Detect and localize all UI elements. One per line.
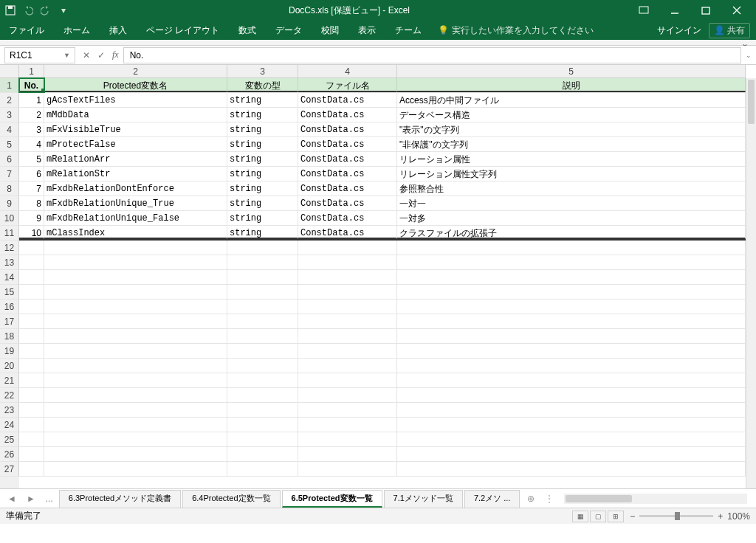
empty-cell[interactable] [397, 300, 746, 314]
col-header[interactable]: 3 [227, 65, 298, 77]
row-header[interactable]: 4 [0, 122, 19, 137]
empty-cell[interactable] [227, 359, 298, 373]
empty-cell[interactable] [397, 285, 746, 299]
table-cell[interactable]: 一対一 [397, 196, 746, 210]
horizontal-scrollbar[interactable] [564, 494, 747, 504]
tab-data[interactable]: データ [272, 22, 305, 39]
table-cell[interactable]: "非保護"の文字列 [397, 137, 746, 151]
empty-cell[interactable] [44, 344, 227, 358]
table-cell[interactable]: クラスファイルの拡張子 [397, 226, 746, 239]
row-header[interactable]: 15 [0, 285, 19, 300]
table-cell[interactable]: Access用の中間ファイル [397, 93, 746, 107]
row-header[interactable]: 27 [0, 462, 19, 477]
empty-cell[interactable] [298, 388, 397, 402]
zoom-in-button[interactable]: + [718, 511, 723, 522]
tab-formulas[interactable]: 数式 [236, 22, 259, 39]
table-cell[interactable]: ConstData.cs [298, 93, 397, 107]
empty-cell[interactable] [19, 462, 44, 476]
empty-cell[interactable] [44, 447, 227, 461]
table-cell[interactable]: 10 [19, 226, 44, 239]
table-cell[interactable]: ConstData.cs [298, 167, 397, 181]
empty-cell[interactable] [44, 403, 227, 417]
row-header[interactable]: 16 [0, 300, 19, 314]
empty-cell[interactable] [44, 255, 227, 269]
table-cell[interactable]: mFxVisibleTrue [44, 122, 227, 136]
table-cell[interactable]: string [227, 181, 298, 196]
empty-cell[interactable] [298, 241, 397, 255]
table-cell[interactable]: 9 [19, 211, 44, 225]
table-cell[interactable]: string [227, 137, 298, 151]
empty-cell[interactable] [227, 241, 298, 255]
zoom-slider[interactable] [639, 515, 713, 517]
col-header[interactable]: 5 [397, 65, 746, 77]
maximize-button[interactable] [691, 1, 721, 19]
sheet-tab[interactable]: 6.5Protected変数一覧 [282, 490, 382, 508]
table-cell[interactable]: string [227, 152, 298, 166]
tab-review[interactable]: 校閲 [318, 22, 342, 39]
cancel-formula-icon[interactable]: ✕ [83, 50, 90, 60]
empty-cell[interactable] [19, 373, 44, 387]
empty-cell[interactable] [298, 447, 397, 461]
tell-me[interactable]: 💡 実行したい作業を入力してください [438, 24, 594, 37]
empty-cell[interactable] [298, 432, 397, 446]
empty-cell[interactable] [227, 314, 298, 328]
sheet-tab[interactable]: 7.1メソッド一覧 [384, 490, 463, 508]
empty-cell[interactable] [227, 344, 298, 358]
empty-cell[interactable] [227, 255, 298, 269]
empty-cell[interactable] [44, 418, 227, 432]
empty-cell[interactable] [397, 373, 746, 387]
row-header[interactable]: 9 [0, 196, 19, 211]
table-cell[interactable]: mProtectFalse [44, 137, 227, 151]
sheet-overflow[interactable]: ... [41, 494, 58, 504]
empty-cell[interactable] [227, 462, 298, 476]
table-cell[interactable]: string [227, 211, 298, 225]
empty-cell[interactable] [397, 241, 746, 255]
empty-cell[interactable] [44, 285, 227, 299]
empty-cell[interactable] [19, 344, 44, 358]
empty-cell[interactable] [44, 300, 227, 314]
empty-cell[interactable] [298, 270, 397, 284]
undo-icon[interactable] [22, 4, 34, 16]
empty-cell[interactable] [397, 403, 746, 417]
table-cell[interactable]: ConstData.cs [298, 152, 397, 166]
row-header[interactable]: 12 [0, 241, 19, 255]
row-header[interactable]: 17 [0, 314, 19, 329]
add-sheet-button[interactable]: ⊕ [521, 494, 540, 504]
row-header[interactable]: 3 [0, 108, 19, 122]
table-cell[interactable]: string [227, 93, 298, 107]
table-cell[interactable]: ConstData.cs [298, 122, 397, 136]
empty-cell[interactable] [44, 462, 227, 476]
view-pagebreak-button[interactable]: ⊞ [608, 511, 624, 522]
name-box[interactable]: R1C1 ▼ [4, 47, 75, 63]
sheet-nav-next[interactable]: ► [22, 494, 40, 504]
table-cell[interactable]: 2 [19, 108, 44, 122]
qat-customize-icon[interactable]: ▾ [58, 4, 69, 16]
row-header[interactable]: 8 [0, 181, 19, 196]
row-header[interactable]: 23 [0, 403, 19, 418]
empty-cell[interactable] [298, 418, 397, 432]
row-header[interactable]: 25 [0, 432, 19, 447]
select-all-corner[interactable] [0, 65, 19, 78]
signin-link[interactable]: サインイン [657, 24, 701, 37]
empty-cell[interactable] [397, 255, 746, 269]
table-cell[interactable]: ConstData.cs [298, 196, 397, 210]
empty-cell[interactable] [19, 359, 44, 373]
empty-cell[interactable] [298, 462, 397, 476]
empty-cell[interactable] [227, 300, 298, 314]
col-header[interactable]: 2 [44, 65, 227, 77]
col-header[interactable]: 1 [19, 65, 44, 77]
sheet-tab[interactable]: 6.3Protectedメソッド定義書 [59, 490, 181, 508]
empty-cell[interactable] [44, 270, 227, 284]
empty-cell[interactable] [44, 388, 227, 402]
row-header[interactable]: 6 [0, 152, 19, 167]
expand-formula-icon[interactable]: ⌄ [746, 52, 752, 59]
empty-cell[interactable] [19, 255, 44, 269]
tab-view[interactable]: 表示 [355, 22, 379, 39]
row-header[interactable]: 1 [0, 78, 19, 93]
empty-cell[interactable] [227, 403, 298, 417]
table-header-cell[interactable]: 説明 [397, 78, 746, 92]
table-cell[interactable]: mRelationArr [44, 152, 227, 166]
sheet-tab[interactable]: 6.4Protected定数一覧 [182, 490, 280, 508]
table-cell[interactable]: mClassIndex [44, 226, 227, 239]
enter-formula-icon[interactable]: ✓ [97, 50, 105, 60]
